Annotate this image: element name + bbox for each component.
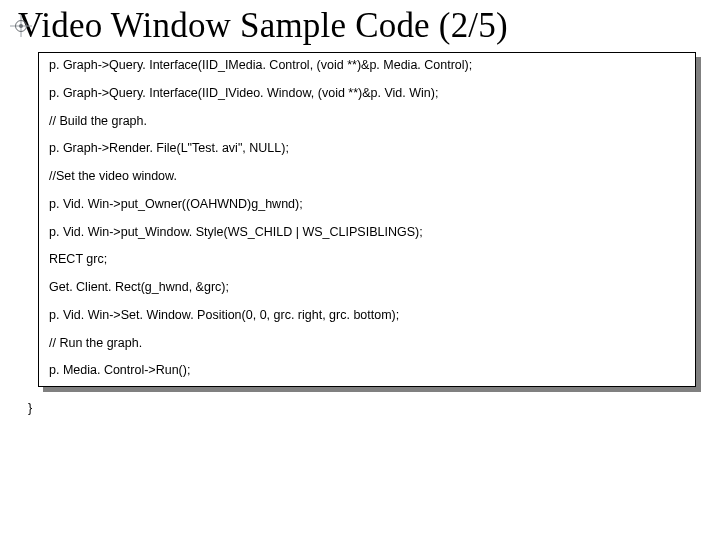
code-line: p. Vid. Win->Set. Window. Position(0, 0,… — [49, 309, 685, 323]
code-line: p. Graph->Query. Interface(IID_IVideo. W… — [49, 87, 685, 101]
code-line: RECT grc; — [49, 253, 685, 267]
code-line: p. Graph->Render. File(L"Test. avi", NUL… — [49, 142, 685, 156]
code-line: p. Media. Control->Run(); — [49, 364, 685, 378]
code-block: p. Graph->Query. Interface(IID_IMedia. C… — [38, 52, 696, 387]
code-line: // Run the graph. — [49, 337, 685, 351]
slide-title: Video Window Sample Code (2/5) — [18, 6, 508, 46]
code-line: p. Vid. Win->put_Window. Style(WS_CHILD … — [49, 226, 685, 240]
code-block-container: p. Graph->Query. Interface(IID_IMedia. C… — [38, 52, 696, 387]
title-row: Video Window Sample Code (2/5) — [14, 6, 706, 46]
code-line: //Set the video window. — [49, 170, 685, 184]
code-line: p. Graph->Query. Interface(IID_IMedia. C… — [49, 59, 685, 73]
slide: Video Window Sample Code (2/5) p. Graph-… — [0, 0, 720, 540]
code-line: Get. Client. Rect(g_hwnd, &grc); — [49, 281, 685, 295]
code-line: p. Vid. Win->put_Owner((OAHWND)g_hwnd); — [49, 198, 685, 212]
code-line: // Build the graph. — [49, 115, 685, 129]
closing-brace: } — [28, 401, 706, 415]
